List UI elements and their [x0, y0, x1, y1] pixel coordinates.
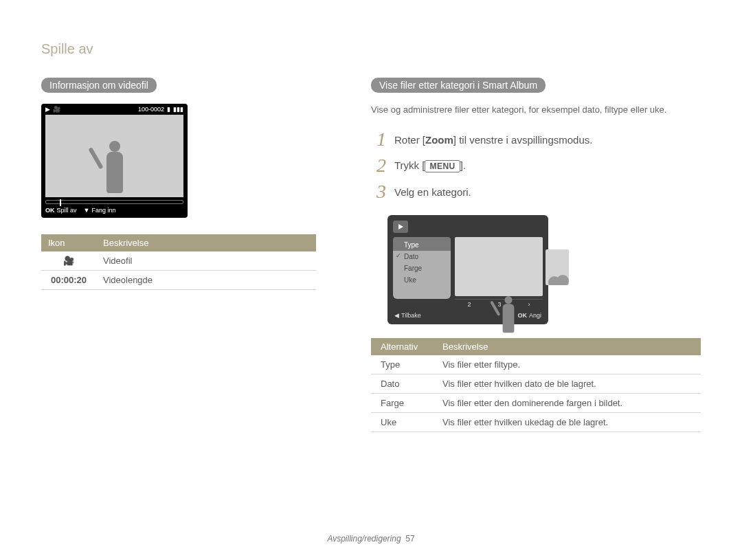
- cell-desc: Videolengde: [96, 271, 316, 290]
- ok-key-icon: OK: [45, 207, 55, 214]
- th-desc: Beskrivelse: [433, 338, 701, 355]
- timecode-icon: 00:00:20: [41, 271, 96, 290]
- footer-section: Avspilling/redigering: [327, 534, 401, 544]
- step-text: Trykk [: [394, 159, 425, 171]
- th-icon: Ikon: [41, 234, 96, 251]
- step-text: Velg en kategori.: [394, 186, 471, 198]
- counter: 100-0002: [138, 106, 164, 113]
- cell-desc: Vis filer etter hvilken ukedag de ble la…: [433, 413, 701, 432]
- menu-header: Type: [393, 237, 451, 251]
- table-row: 00:00:20 Videolengde: [41, 271, 316, 290]
- step-bold: Zoom: [425, 134, 453, 146]
- cell-opt: Farge: [371, 394, 433, 413]
- table-row: Farge Vis filer etter den dominerende fa…: [371, 394, 701, 413]
- cell-desc: Videofil: [96, 251, 316, 271]
- ok-label: Angi: [529, 312, 541, 319]
- steps-list: 1 Roter [Zoom] til venstre i avspillings…: [371, 128, 701, 203]
- ok-label: Spill av: [57, 207, 77, 214]
- cell-opt: Uke: [371, 413, 433, 432]
- breadcrumb: Spille av: [41, 41, 701, 57]
- back-label: Tilbake: [401, 312, 421, 319]
- play-mode-icon: [393, 221, 408, 233]
- category-menu: Type Dato Farge Uke: [393, 237, 451, 299]
- step-number: 2: [371, 155, 386, 177]
- step-2: 2 Trykk [MENU].: [371, 155, 701, 177]
- table-row: Uke Vis filer etter hvilken ukedag de bl…: [371, 413, 701, 432]
- card-icon: ▮: [167, 106, 170, 113]
- th-alt: Alternativ: [371, 338, 433, 355]
- cell-opt: Type: [371, 355, 433, 374]
- battery-icon: ▮▮▮: [173, 106, 183, 113]
- step-text: ] til venstre i avspillingsmodus.: [453, 134, 593, 146]
- menu-icon: MENU: [425, 160, 460, 172]
- col-right: Vise filer etter kategori i Smart Album …: [371, 78, 701, 432]
- progress-bar: [45, 200, 183, 204]
- info-table: Ikon Beskrivelse Videofil 00:00:20 Video…: [41, 234, 316, 290]
- scale-val: 2: [467, 301, 471, 308]
- cell-desc: Vis filer etter hvilken dato de ble lagr…: [433, 374, 701, 394]
- scale-bar: 2 3 ›: [455, 299, 543, 309]
- col-left: Informasjon om videofil ▶ 🎥 100-0002 ▮ ▮…: [41, 78, 316, 432]
- menu-item-farge: Farge: [393, 262, 451, 274]
- step-number: 1: [371, 128, 386, 150]
- step-number: 3: [371, 181, 386, 203]
- down-label: Fang inn: [91, 207, 115, 214]
- table-row: Videofil: [41, 251, 316, 271]
- camera-icon: [63, 256, 74, 266]
- menu-item-uke: Uke: [393, 274, 451, 286]
- heading-left: Informasjon om videofil: [41, 78, 157, 93]
- play-icon: ▶: [45, 106, 50, 113]
- cell-opt: Dato: [371, 374, 433, 394]
- video-icon: 🎥: [53, 106, 60, 113]
- down-key-icon: ▼: [84, 207, 90, 214]
- table-row: Type Vis filer etter filtype.: [371, 355, 701, 374]
- page-number: 57: [405, 534, 414, 544]
- table-row: Dato Vis filer etter hvilken dato de ble…: [371, 374, 701, 394]
- th-desc: Beskrivelse: [96, 234, 316, 251]
- cell-desc: Vis filer etter den dominerende fargen i…: [433, 394, 701, 413]
- page-footer: Avspilling/redigering 57: [0, 534, 742, 544]
- heading-right: Vise filer etter kategori i Smart Album: [371, 78, 546, 93]
- thumb-main: [455, 237, 543, 296]
- chevron-right-icon: ›: [528, 301, 530, 308]
- scale-val: 3: [497, 301, 501, 308]
- chevron-left-icon: ◀: [394, 312, 399, 319]
- smart-album-display: Type Dato Farge Uke 2 3 ›: [387, 215, 548, 324]
- step-text: ].: [460, 159, 466, 171]
- intro-text: Vise og administrere filer etter kategor…: [371, 104, 701, 116]
- step-text: Roter [: [394, 134, 425, 146]
- ok-key-icon: OK: [517, 312, 527, 319]
- alt-table: Alternativ Beskrivelse Type Vis filer et…: [371, 338, 701, 432]
- step-3: 3 Velg en kategori.: [371, 181, 701, 203]
- step-1: 1 Roter [Zoom] til venstre i avspillings…: [371, 128, 701, 150]
- silhouette-icon: [101, 141, 128, 197]
- menu-item-dato: Dato: [393, 251, 451, 262]
- thumb-side: [546, 249, 569, 285]
- cell-desc: Vis filer etter filtype.: [433, 355, 701, 374]
- video-display: ▶ 🎥 100-0002 ▮ ▮▮▮ OK Spill av ▼ Fang in…: [41, 104, 188, 218]
